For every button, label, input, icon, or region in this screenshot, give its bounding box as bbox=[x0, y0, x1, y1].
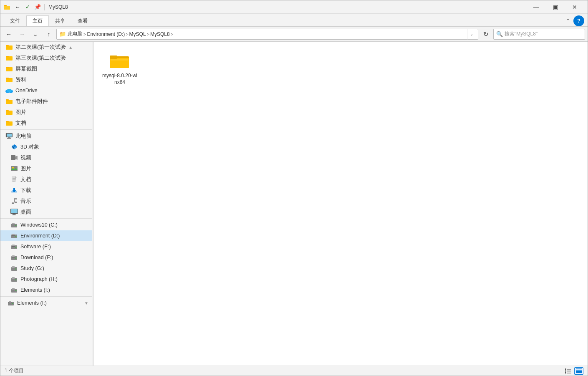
minimize-button[interactable]: — bbox=[527, 0, 546, 14]
sidebar-item-photograph-h[interactable]: Photograph (H:) bbox=[0, 274, 92, 285]
sep-1: > bbox=[83, 32, 86, 37]
svg-rect-4 bbox=[6, 45, 9, 46]
svg-rect-23 bbox=[7, 138, 11, 139]
ribbon-tab-row: 文件 主页 共享 查看 ⌃ ? bbox=[0, 14, 588, 26]
svg-rect-52 bbox=[12, 234, 15, 235]
sidebar-item-music[interactable]: 音乐 bbox=[0, 196, 92, 207]
folder-icon bbox=[5, 54, 13, 62]
quick-pin-icon[interactable]: 📌 bbox=[33, 3, 42, 12]
maximize-button[interactable]: ▣ bbox=[546, 0, 565, 14]
address-segment-mysql8: MySQL8 bbox=[150, 31, 170, 37]
sidebar-item-environment-d[interactable]: Environment (D:) bbox=[0, 230, 92, 241]
sidebar-label-email-attach: 电子邮件附件 bbox=[15, 98, 48, 105]
sidebar-item-email-attach[interactable]: 电子邮件附件 bbox=[0, 96, 92, 107]
title-bar: ← ✓ 📌 MySQL8 — ▣ ✕ bbox=[0, 0, 588, 14]
sidebar-label-study-g: Study (G:) bbox=[20, 265, 44, 271]
search-bar[interactable]: 🔍 搜索"MySQL8" bbox=[493, 29, 585, 40]
sidebar-item-elements-i[interactable]: Elements (I:) bbox=[0, 285, 92, 295]
status-bar: 1 个项目 bbox=[0, 366, 588, 376]
sidebar-item-screenshot[interactable]: 屏幕截图 bbox=[0, 63, 92, 74]
sidebar-item-videos[interactable]: 视频 bbox=[0, 152, 92, 163]
svg-rect-19 bbox=[6, 121, 9, 122]
svg-marker-33 bbox=[15, 176, 17, 178]
svg-rect-46 bbox=[12, 214, 16, 215]
svg-point-65 bbox=[15, 268, 17, 270]
list-view-button[interactable] bbox=[563, 367, 573, 375]
sidebar-item-pictures[interactable]: 图片 bbox=[0, 107, 92, 118]
sidebar-item-3d[interactable]: 3D 对象 bbox=[0, 141, 92, 152]
ribbon-help-button[interactable]: ? bbox=[573, 15, 584, 26]
refresh-button[interactable]: ↻ bbox=[480, 28, 492, 40]
svg-point-61 bbox=[15, 257, 17, 259]
sidebar-label-windows-c: Windows10 (C:) bbox=[20, 222, 58, 228]
sidebar-item-software-e[interactable]: Software (E:) bbox=[0, 241, 92, 252]
sidebar-item-documents[interactable]: 文档 bbox=[0, 118, 92, 129]
sidebar-item-this-pc[interactable]: 此电脑 bbox=[0, 131, 92, 141]
doc-icon bbox=[10, 176, 18, 183]
close-button[interactable]: ✕ bbox=[565, 0, 584, 14]
sidebar-item-material[interactable]: 资料 bbox=[0, 74, 92, 85]
file-item-label-mysql: mysql-8.0.20-winx64 bbox=[101, 73, 138, 86]
sidebar-label-documents: 文档 bbox=[15, 120, 26, 127]
svg-rect-83 bbox=[565, 368, 566, 370]
folder-large-icon bbox=[110, 50, 130, 70]
sidebar-label-third-lesson: 第三次课(第二次试验 bbox=[15, 55, 66, 62]
sidebar-item-docs[interactable]: 文档 bbox=[0, 174, 92, 185]
quick-back-icon[interactable]: ← bbox=[13, 3, 22, 12]
address-bar[interactable]: 📁 此电脑 > Environment (D:) > MySQL > MySQL… bbox=[56, 29, 478, 40]
status-count: 1 个项目 bbox=[5, 367, 24, 374]
tab-share[interactable]: 共享 bbox=[49, 15, 71, 26]
drive-h-icon bbox=[10, 275, 18, 283]
sidebar-item-windows-c[interactable]: Windows10 (C:) bbox=[0, 220, 92, 230]
drive-i2-icon bbox=[7, 299, 15, 307]
svg-rect-64 bbox=[12, 266, 15, 268]
svg-rect-60 bbox=[12, 255, 15, 257]
sidebar-item-pics[interactable]: 图片 bbox=[0, 163, 92, 174]
window-title: MySQL8 bbox=[48, 4, 527, 10]
svg-rect-91 bbox=[576, 371, 582, 372]
sidebar-item-downloads[interactable]: 下载 bbox=[0, 185, 92, 196]
tab-view[interactable]: 查看 bbox=[71, 15, 94, 26]
sidebar-item-elements-i2[interactable]: Elements (I:) ▼ bbox=[0, 298, 92, 308]
sidebar-label-docs: 文档 bbox=[20, 176, 31, 183]
pc-icon bbox=[5, 132, 13, 140]
nav-forward-button[interactable]: → bbox=[16, 28, 28, 40]
sidebar-label-desktop: 桌面 bbox=[20, 209, 31, 216]
3d-icon bbox=[10, 143, 18, 151]
tab-home[interactable]: 主页 bbox=[26, 15, 49, 26]
nav-up-button[interactable]: ↑ bbox=[43, 28, 55, 40]
sidebar-item-third-lesson[interactable]: 第三次课(第二次试验 bbox=[0, 53, 92, 63]
svg-point-40 bbox=[15, 202, 17, 203]
ribbon-expand-button[interactable]: ⌃ bbox=[563, 15, 573, 26]
sidebar-item-download-f[interactable]: Download (F:) bbox=[0, 252, 92, 263]
sidebar-label-screenshot: 屏幕截图 bbox=[15, 66, 37, 73]
sidebar-item-study-g[interactable]: Study (G:) bbox=[0, 263, 92, 274]
svg-rect-21 bbox=[7, 134, 12, 137]
sidebar-item-desktop[interactable]: 桌面 bbox=[0, 207, 92, 217]
svg-rect-66 bbox=[12, 268, 15, 268]
sidebar-item-second-lesson[interactable]: 第二次课(第一次试验 ▲ bbox=[0, 42, 92, 53]
svg-point-57 bbox=[15, 247, 17, 248]
sidebar-label-photograph-h: Photograph (H:) bbox=[20, 276, 58, 282]
sidebar-label-elements-i2: Elements (I:) bbox=[17, 300, 47, 306]
svg-marker-28 bbox=[15, 156, 18, 160]
svg-rect-44 bbox=[11, 209, 18, 213]
address-dropdown-button[interactable]: ⌄ bbox=[467, 29, 475, 40]
nav-back-button[interactable]: ← bbox=[3, 28, 15, 40]
quick-check-icon[interactable]: ✓ bbox=[23, 3, 32, 12]
svg-rect-58 bbox=[12, 246, 15, 247]
detail-view-button[interactable] bbox=[574, 367, 583, 375]
svg-rect-56 bbox=[12, 245, 15, 246]
svg-rect-62 bbox=[12, 257, 15, 257]
svg-rect-8 bbox=[6, 67, 9, 68]
svg-rect-45 bbox=[13, 214, 15, 214]
svg-rect-50 bbox=[12, 225, 15, 225]
nav-recent-button[interactable]: ⌄ bbox=[30, 28, 41, 40]
sidebar-item-onedrive[interactable]: OneDrive bbox=[0, 85, 92, 96]
folder-icon bbox=[5, 43, 13, 51]
sep-2: > bbox=[126, 32, 128, 37]
svg-rect-22 bbox=[8, 137, 10, 138]
sep-3: > bbox=[147, 32, 149, 37]
file-item-mysql[interactable]: mysql-8.0.20-winx64 bbox=[99, 47, 141, 89]
tab-file[interactable]: 文件 bbox=[4, 15, 26, 26]
